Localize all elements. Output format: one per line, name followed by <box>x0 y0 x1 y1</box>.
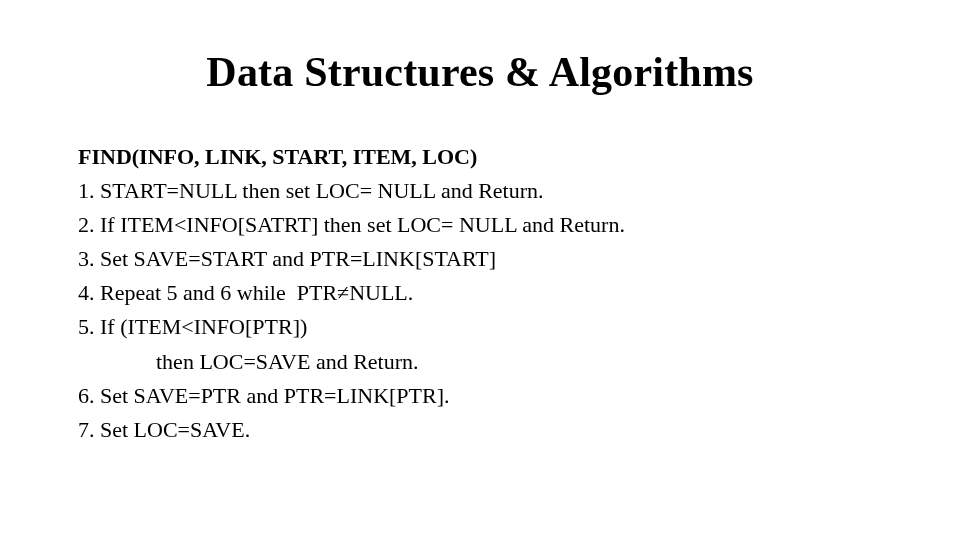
algorithm-step-5-then: then LOC=SAVE and Return. <box>78 345 898 379</box>
page-title: Data Structures & Algorithms <box>0 48 960 96</box>
algorithm-body: FIND(INFO, LINK, START, ITEM, LOC) 1. ST… <box>78 140 898 447</box>
algorithm-heading: FIND(INFO, LINK, START, ITEM, LOC) <box>78 140 898 174</box>
algorithm-step-4: 4. Repeat 5 and 6 while PTR≠NULL. <box>78 276 898 310</box>
algorithm-step-7: 7. Set LOC=SAVE. <box>78 413 898 447</box>
algorithm-step-1: 1. START=NULL then set LOC= NULL and Ret… <box>78 174 898 208</box>
algorithm-step-3: 3. Set SAVE=START and PTR=LINK[START] <box>78 242 898 276</box>
slide: Data Structures & Algorithms FIND(INFO, … <box>0 0 960 540</box>
algorithm-step-5: 5. If (ITEM<INFO[PTR]) <box>78 310 898 344</box>
algorithm-step-2: 2. If ITEM<INFO[SATRT] then set LOC= NUL… <box>78 208 898 242</box>
algorithm-step-6: 6. Set SAVE=PTR and PTR=LINK[PTR]. <box>78 379 898 413</box>
